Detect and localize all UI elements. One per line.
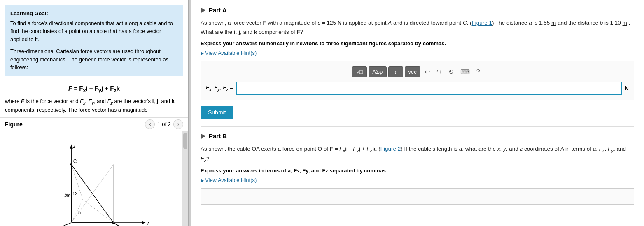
- submit-button[interactable]: Submit: [201, 106, 233, 119]
- figure-page-indicator: 1 of 2: [157, 121, 171, 127]
- toolbar-keyboard-button[interactable]: ⌨: [458, 66, 472, 77]
- part-b-hint-link[interactable]: View Available Hint(s): [201, 177, 634, 183]
- toolbar-undo-button[interactable]: ↩: [422, 66, 432, 77]
- input-label: Fx, Fy, Fz =: [206, 84, 233, 92]
- svg-marker-1: [70, 144, 73, 148]
- part-b-instruction: Express your answers in terms of a, Fₓ, …: [201, 168, 634, 174]
- learning-goal-extra: Three-dimensional Cartesian force vector…: [10, 47, 178, 72]
- svg-line-24: [83, 200, 113, 223]
- figure-canvas: z y x O A C: [0, 131, 188, 226]
- part-a-collapse-icon[interactable]: [201, 7, 205, 13]
- answer-input-a[interactable]: [236, 82, 622, 95]
- figure1-link[interactable]: Figure 1: [472, 20, 492, 26]
- figure2-link[interactable]: Figure 2: [380, 146, 401, 152]
- svg-line-17: [113, 223, 132, 226]
- part-b-section: Part B As shown, the cable OA exerts a f…: [201, 126, 634, 204]
- svg-text:z: z: [72, 143, 76, 149]
- svg-marker-4: [142, 221, 145, 224]
- part-a-header: Part A: [201, 7, 634, 14]
- answer-box-b: [201, 188, 634, 205]
- toolbar-sigma-button[interactable]: AΣφ: [369, 66, 386, 77]
- toolbar: √□ AΣφ ↕ vec ↩ ↪ ↻ ⌨ ?: [206, 66, 629, 77]
- answer-box-a: √□ AΣφ ↕ vec ↩ ↪ ↻ ⌨ ? Fx, Fy, Fz = N: [201, 61, 634, 100]
- figure-prev-button[interactable]: ‹: [145, 119, 155, 129]
- svg-text:13: 13: [65, 192, 70, 197]
- part-a-instruction: Express your answers numerically in newt…: [201, 40, 634, 47]
- right-panel: Part A As shown, a force vector F with a…: [191, 0, 644, 226]
- part-a-description: As shown, a force vector F with a magnit…: [201, 19, 634, 36]
- input-unit: N: [625, 85, 629, 91]
- part-b-collapse-icon[interactable]: [201, 133, 205, 139]
- part-b-header: Part B: [201, 133, 634, 140]
- formula-section: F = Fxi + Fyj + Fzk where F is the force…: [0, 79, 188, 117]
- svg-line-6: [29, 223, 71, 226]
- svg-text:C: C: [73, 158, 77, 164]
- figure-header: Figure ‹ 1 of 2 ›: [0, 117, 188, 131]
- formula-note: where F is the force vector and Fx, Fy, …: [5, 97, 183, 114]
- toolbar-arrow-button[interactable]: ↕: [388, 66, 403, 77]
- input-row: Fx, Fy, Fz = N: [206, 82, 629, 95]
- part-a-title: Part A: [209, 7, 227, 14]
- part-b-title: Part B: [209, 133, 227, 140]
- learning-goal-box: Learning Goal: To find a force's directi…: [5, 5, 183, 76]
- toolbar-refresh-button[interactable]: ↻: [446, 66, 456, 77]
- part-a-hint-link[interactable]: View Available Hint(s): [201, 50, 634, 56]
- toolbar-redo-button[interactable]: ↪: [434, 66, 444, 77]
- diagram-svg: z y x O A C: [0, 131, 177, 226]
- formula-display: F = Fxi + Fyj + Fzk: [5, 84, 183, 95]
- figure-title: Figure: [5, 121, 23, 128]
- figure-nav: ‹ 1 of 2 ›: [145, 119, 183, 129]
- figure-next-button[interactable]: ›: [173, 119, 183, 129]
- learning-goal-text: To find a force's directional components…: [10, 19, 178, 44]
- left-panel: Learning Goal: To find a force's directi…: [0, 0, 189, 226]
- part-b-description: As shown, the cable OA exerts a force on…: [201, 144, 634, 164]
- svg-text:y: y: [146, 220, 149, 226]
- svg-line-25: [71, 200, 83, 223]
- toolbar-help-button[interactable]: ?: [474, 66, 483, 77]
- toolbar-vec-button[interactable]: vec: [405, 66, 420, 77]
- scroll-thumb: [183, 133, 187, 149]
- figure-scrollbar[interactable]: [182, 131, 188, 226]
- learning-goal-title: Learning Goal:: [10, 9, 178, 18]
- toolbar-sqrt-button[interactable]: √□: [352, 66, 367, 77]
- svg-text:12: 12: [72, 191, 77, 196]
